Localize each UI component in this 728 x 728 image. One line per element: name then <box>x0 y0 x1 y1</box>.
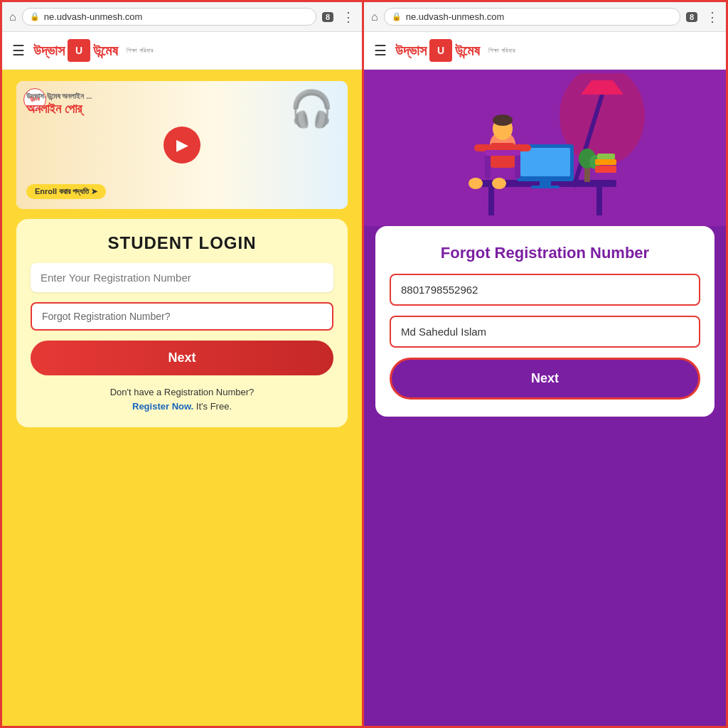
svg-rect-26 <box>485 150 520 156</box>
right-tab-badge[interactable]: 8 <box>686 12 697 22</box>
left-tab-badge[interactable]: 8 <box>322 12 333 22</box>
login-card: STUDENT LOGIN Forgot Registration Number… <box>16 219 348 427</box>
right-next-button[interactable]: Next <box>390 358 700 400</box>
video-thumbnail[interactable]: উন্মেষ উদ্ভাস-উন্মেষ অনলাইন ... অনলাইন প… <box>16 81 348 209</box>
right-home-icon[interactable]: ⌂ <box>371 11 378 23</box>
left-main-content: উন্মেষ উদ্ভাস-উন্মেষ অনলাইন ... অনলাইন প… <box>2 70 362 726</box>
forgot-registration-card: Forgot Registration Number Next <box>375 226 714 417</box>
right-phone-panel: ⌂ 🔒 ne.udvash-unmesh.com 8 ⋮ ☰ উদ্ভাস U … <box>364 0 728 728</box>
svg-rect-13 <box>595 166 616 173</box>
right-main-body: Forgot Registration Number Next <box>364 70 726 726</box>
left-next-button[interactable]: Next <box>31 341 333 375</box>
left-phone-panel: ⌂ 🔒 ne.udvash-unmesh.com 8 ⋮ ☰ উদ্ভাস U … <box>0 0 364 728</box>
forgot-registration-link[interactable]: Forgot Registration Number? <box>31 302 333 331</box>
left-url-text: ne.udvash-unmesh.com <box>44 11 143 22</box>
left-logo-bengali: উদ্ভাস <box>33 43 65 59</box>
left-browser-bar: ⌂ 🔒 ne.udvash-unmesh.com 8 ⋮ <box>2 2 362 32</box>
svg-rect-14 <box>595 159 616 165</box>
right-logo-icon: U <box>429 39 452 62</box>
bottom-register-text: Don't have a Registration Number? Regist… <box>110 385 255 413</box>
forgot-card-title: Forgot Registration Number <box>390 243 700 264</box>
lock-icon: 🔒 <box>30 12 40 21</box>
right-browser-bar: ⌂ 🔒 ne.udvash-unmesh.com 8 ⋮ <box>364 2 726 32</box>
left-nav-bar: ☰ উদ্ভাস U উন্মেষ শিক্ষা পরিবার <box>2 32 362 70</box>
svg-rect-5 <box>596 187 602 215</box>
video-play-button[interactable]: ▶ <box>164 127 200 164</box>
left-logo-subtitle: শিক্ষা পরিবার <box>127 47 154 55</box>
right-logo-bengali: উদ্ভাস <box>395 43 427 59</box>
right-url-text: ne.udvash-unmesh.com <box>406 11 505 22</box>
svg-point-23 <box>492 178 506 189</box>
svg-rect-4 <box>488 187 494 215</box>
left-logo-icon: U <box>68 39 90 62</box>
phone-number-input[interactable] <box>390 274 700 306</box>
right-lock-icon: 🔒 <box>392 12 402 21</box>
left-more-icon[interactable]: ⋮ <box>342 9 355 25</box>
svg-point-18 <box>493 114 513 126</box>
right-logo-subtitle: শিক্ষা পরিবার <box>488 47 515 55</box>
svg-rect-9 <box>531 186 560 188</box>
svg-rect-15 <box>597 154 615 159</box>
right-url-bar[interactable]: 🔒 ne.udvash-unmesh.com <box>384 8 680 26</box>
left-url-bar[interactable]: 🔒 ne.udvash-unmesh.com <box>22 8 316 26</box>
right-logo: উদ্ভাস U উন্মেষ <box>395 39 480 62</box>
student-name-input[interactable] <box>390 316 700 348</box>
desk-illustration-svg <box>432 73 659 223</box>
right-more-icon[interactable]: ⋮ <box>706 9 719 25</box>
enroll-badge: Enroll করার পদ্ধতি ➤ <box>26 184 106 199</box>
register-now-link[interactable]: Register Now. <box>132 401 193 412</box>
right-nav-bar: ☰ উদ্ভাস U উন্মেষ শিক্ষা পরিবার <box>364 32 726 70</box>
left-logo-unmesh: উন্মেষ <box>93 43 118 59</box>
video-text-overlay: উদ্ভাস-উন্মেষ অনলাইন ... অনলাইন পোর্ <box>26 91 92 118</box>
left-logo: উদ্ভাস U উন্মেষ <box>33 39 118 62</box>
person-illustration <box>364 70 726 226</box>
right-hamburger-icon[interactable]: ☰ <box>374 42 387 59</box>
home-icon[interactable]: ⌂ <box>9 11 16 23</box>
svg-rect-7 <box>520 148 570 176</box>
svg-point-22 <box>469 178 483 189</box>
student-login-title: STUDENT LOGIN <box>108 233 257 253</box>
right-logo-unmesh: উন্মেষ <box>455 43 480 59</box>
left-hamburger-icon[interactable]: ☰ <box>12 42 25 59</box>
video-person-icon: 🎧 <box>289 88 333 129</box>
registration-number-input[interactable] <box>31 263 333 292</box>
